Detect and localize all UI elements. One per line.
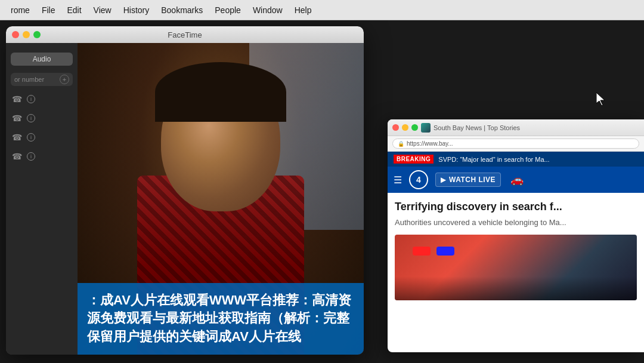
menu-item-chrome[interactable]: rome bbox=[5, 4, 36, 16]
svg-marker-0 bbox=[596, 93, 605, 106]
police-light-red bbox=[413, 247, 431, 256]
number-placeholder: or number bbox=[14, 76, 60, 83]
window-controls bbox=[12, 31, 41, 38]
news-subtext: Authorities uncovered a vehicle belongin… bbox=[395, 217, 637, 228]
news-image-overlay bbox=[395, 276, 637, 300]
news-image bbox=[395, 235, 637, 300]
phone-icon-2: ☎ bbox=[12, 113, 22, 123]
facetime-titlebar: FaceTime bbox=[6, 26, 364, 43]
subtitle-overlay: ：成AV人片在线观看WWW平台推荐：高清资源免费观看与最新地址获取指南（解析：完… bbox=[78, 283, 364, 355]
browser-minimize-button[interactable] bbox=[402, 124, 408, 131]
hamburger-icon[interactable]: ☰ bbox=[394, 174, 402, 186]
menu-item-file[interactable]: File bbox=[36, 4, 61, 16]
person-hair bbox=[155, 62, 286, 122]
menubar: rome File Edit View History Bookmarks Pe… bbox=[0, 0, 644, 20]
info-icon[interactable]: i bbox=[27, 95, 35, 103]
phone-icon-4: ☎ bbox=[12, 152, 22, 161]
breaking-label: BREAKING bbox=[394, 155, 434, 164]
browser-window: South Bay News | Top Stories 🔒 https://w… bbox=[388, 119, 644, 352]
contact-row-4: ☎ i bbox=[6, 147, 78, 166]
menu-item-window[interactable]: Window bbox=[247, 4, 289, 16]
menu-item-view[interactable]: View bbox=[88, 4, 117, 16]
police-light-blue bbox=[436, 247, 454, 256]
person-head bbox=[161, 68, 280, 211]
facetime-body: Audio or number + ☎ i ☎ i ☎ i ☎ i bbox=[6, 43, 364, 355]
breaking-news-banner: BREAKING SVPD: "Major lead" in search fo… bbox=[388, 152, 644, 167]
browser-titlebar: South Bay News | Top Stories bbox=[388, 119, 644, 136]
play-icon: ▶ bbox=[441, 176, 446, 184]
audio-button[interactable]: Audio bbox=[11, 53, 73, 66]
close-button[interactable] bbox=[12, 31, 19, 38]
phone-icon: ☎ bbox=[12, 94, 22, 104]
facetime-window: FaceTime Audio or number + ☎ i ☎ i ☎ i ☎ bbox=[6, 26, 364, 355]
menu-item-people[interactable]: People bbox=[209, 4, 247, 16]
facetime-sidebar: Audio or number + ☎ i ☎ i ☎ i ☎ i bbox=[6, 43, 78, 355]
mouse-cursor bbox=[596, 93, 608, 107]
site-name: South Bay News | Top Stories bbox=[434, 124, 520, 131]
info-icon-2[interactable]: i bbox=[27, 114, 35, 122]
news-headline: Terrifying discovery in search f... bbox=[395, 200, 637, 214]
contact-row-3: ☎ i bbox=[6, 128, 78, 147]
car-icon: 🚗 bbox=[510, 173, 524, 186]
info-icon-4[interactable]: i bbox=[27, 152, 35, 161]
breaking-news-text: SVPD: "Major lead" in search for Ma... bbox=[438, 156, 549, 163]
menu-item-help[interactable]: Help bbox=[289, 4, 318, 16]
facetime-title: FaceTime bbox=[168, 30, 202, 39]
url-text: https://www.bay... bbox=[407, 140, 453, 147]
number-input-row: or number + bbox=[11, 73, 73, 86]
browser-close-button[interactable] bbox=[392, 124, 399, 131]
menu-item-history[interactable]: History bbox=[117, 4, 156, 16]
lock-icon: 🔒 bbox=[398, 141, 404, 147]
add-number-button[interactable]: + bbox=[60, 75, 69, 84]
contact-row-2: ☎ i bbox=[6, 109, 78, 128]
main-video: ：成AV人片在线观看WWW平台推荐：高清资源免费观看与最新地址获取指南（解析：完… bbox=[78, 43, 364, 355]
site-favicon bbox=[421, 123, 431, 133]
watch-live-label: WATCH LIVE bbox=[449, 176, 496, 184]
info-icon-3[interactable]: i bbox=[27, 133, 35, 141]
minimize-button[interactable] bbox=[23, 31, 30, 38]
phone-icon-3: ☎ bbox=[12, 133, 22, 142]
browser-url-area: 🔒 https://www.bay... bbox=[388, 136, 644, 152]
channel-badge: 4 bbox=[409, 170, 428, 189]
maximize-button[interactable] bbox=[33, 31, 41, 38]
watch-live-button[interactable]: ▶ WATCH LIVE bbox=[435, 173, 501, 187]
news-content: Terrifying discovery in search f... Auth… bbox=[388, 193, 644, 307]
url-bar[interactable]: 🔒 https://www.bay... bbox=[392, 139, 639, 149]
menu-item-bookmarks[interactable]: Bookmarks bbox=[155, 4, 209, 16]
news-navigation: ☰ 4 ▶ WATCH LIVE 🚗 bbox=[388, 167, 644, 193]
menu-item-edit[interactable]: Edit bbox=[61, 4, 87, 16]
contact-row-1: ☎ i bbox=[6, 90, 78, 109]
subtitle-text: ：成AV人片在线观看WWW平台推荐：高清资源免费观看与最新地址获取指南（解析：完… bbox=[87, 291, 354, 346]
browser-maximize-button[interactable] bbox=[411, 124, 418, 131]
